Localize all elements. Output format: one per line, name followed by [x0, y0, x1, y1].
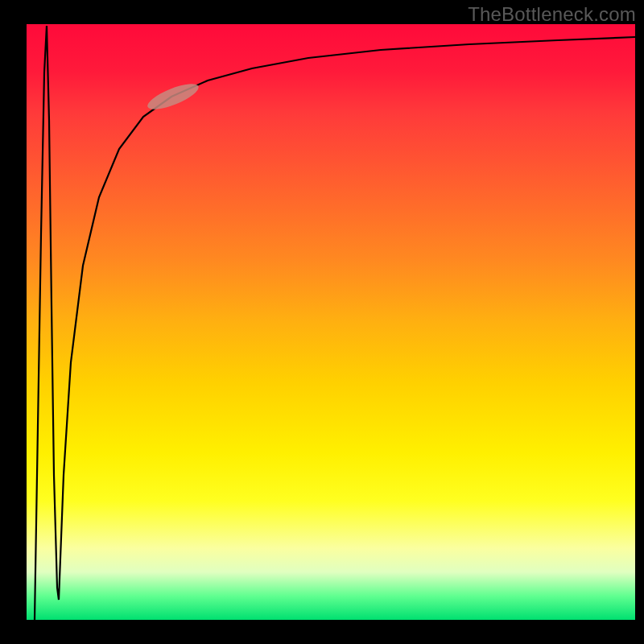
bottleneck-curve — [35, 26, 635, 620]
curve-highlight-marker — [145, 79, 202, 114]
plot-area — [27, 24, 635, 620]
curve-layer — [27, 24, 635, 620]
watermark: TheBottleneck.com — [468, 3, 636, 26]
